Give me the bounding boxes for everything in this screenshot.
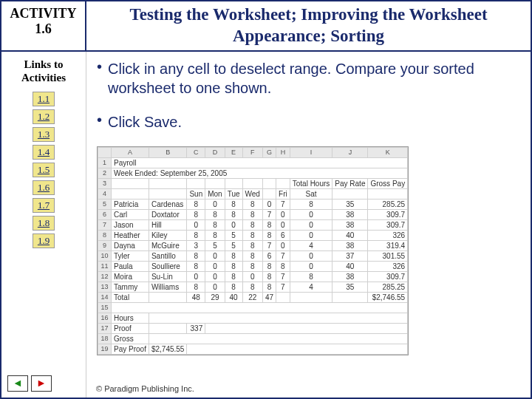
table-row: 11PaulaSoulliere808888040326: [98, 261, 408, 271]
nav-arrows: ◄ ►: [7, 375, 52, 392]
table-row: 6CarlDoxtator888870038309.7: [98, 209, 408, 219]
sidebar-link-1-6[interactable]: 1.6: [33, 180, 55, 195]
prev-button[interactable]: ◄: [7, 375, 28, 392]
col-g: G: [262, 147, 276, 157]
col-headers: A B C D E F G H I J K: [98, 147, 408, 157]
sidebar-heading: Links to Activities: [4, 58, 83, 84]
col-d: D: [205, 147, 225, 157]
sidebar: Links to Activities 1.1 1.2 1.3 1.4 1.5 …: [1, 52, 86, 398]
activity-box: ACTIVITY 1.6: [1, 1, 86, 50]
col-c: C: [187, 147, 205, 157]
col-j: J: [332, 147, 368, 157]
table-row: 12MoiraSu-Lin008087838309.7: [98, 271, 408, 282]
sidebar-link-1-4[interactable]: 1.4: [33, 145, 55, 160]
bullet-1: • Click in any cell to deselect range. C…: [97, 59, 520, 98]
worksheet-screenshot: A B C D E F G H I J K 1Payroll 2Week End…: [97, 146, 409, 355]
header-row: ACTIVITY 1.6 Testing the Worksheet; Impr…: [1, 1, 531, 52]
table-row: 13TammyWilliams808887435285.25: [98, 282, 408, 292]
bullet-2: • Click Save.: [97, 112, 520, 132]
col-h: H: [276, 147, 290, 157]
copyright-text: © Paradigm Publishing Inc.: [96, 384, 194, 393]
bullet-icon: •: [97, 59, 102, 74]
corner-cell: [98, 147, 112, 157]
col-e: E: [225, 147, 242, 157]
sidebar-link-1-5[interactable]: 1.5: [33, 163, 55, 177]
col-i: I: [290, 147, 332, 157]
sidebar-link-1-9[interactable]: 1.9: [33, 233, 55, 248]
cell-title: Payroll: [112, 157, 408, 168]
sidebar-link-1-7[interactable]: 1.7: [33, 198, 55, 213]
activity-label: ACTIVITY: [4, 6, 82, 21]
title-box: Testing the Worksheet; Improving the Wor…: [86, 1, 531, 50]
sidebar-link-1-1[interactable]: 1.1: [33, 92, 55, 106]
sidebar-link-1-2[interactable]: 1.2: [33, 109, 55, 124]
totals-row: 14Total4829402247$2,746.55: [98, 292, 408, 302]
slide-frame: ACTIVITY 1.6 Testing the Worksheet; Impr…: [0, 0, 532, 399]
col-k: K: [368, 147, 408, 157]
sidebar-link-1-3[interactable]: 1.3: [33, 127, 55, 142]
page-title: Testing the Worksheet; Improving the Wor…: [91, 4, 526, 47]
sidebar-link-1-8[interactable]: 1.8: [33, 216, 55, 231]
col-b: B: [149, 147, 187, 157]
content-area: • Click in any cell to deselect range. C…: [86, 52, 531, 398]
table-row: 7JasonHill080880038309.7: [98, 219, 408, 230]
table-row: 10TylerSantillo808867037301.55: [98, 250, 408, 261]
bullet-icon: •: [97, 112, 102, 127]
col-f: F: [242, 147, 262, 157]
table-row: 8HeatherKiley885886040326: [98, 230, 408, 240]
col-a: A: [112, 147, 149, 157]
bullet-1-text: Click in any cell to deselect range. Com…: [108, 59, 520, 98]
cell-subtitle: Week Ended: September 25, 2005: [112, 168, 408, 178]
worksheet-table: A B C D E F G H I J K 1Payroll 2Week End…: [98, 147, 408, 355]
activity-number: 1.6: [4, 21, 82, 37]
body-row: Links to Activities 1.1 1.2 1.3 1.4 1.5 …: [1, 52, 531, 398]
bullet-2-text: Click Save.: [108, 112, 520, 132]
table-row: 9DaynaMcGuire355870438319.4: [98, 240, 408, 250]
next-button[interactable]: ►: [31, 375, 52, 392]
table-row: 5PatriciaCardenas808807835285.25: [98, 199, 408, 209]
